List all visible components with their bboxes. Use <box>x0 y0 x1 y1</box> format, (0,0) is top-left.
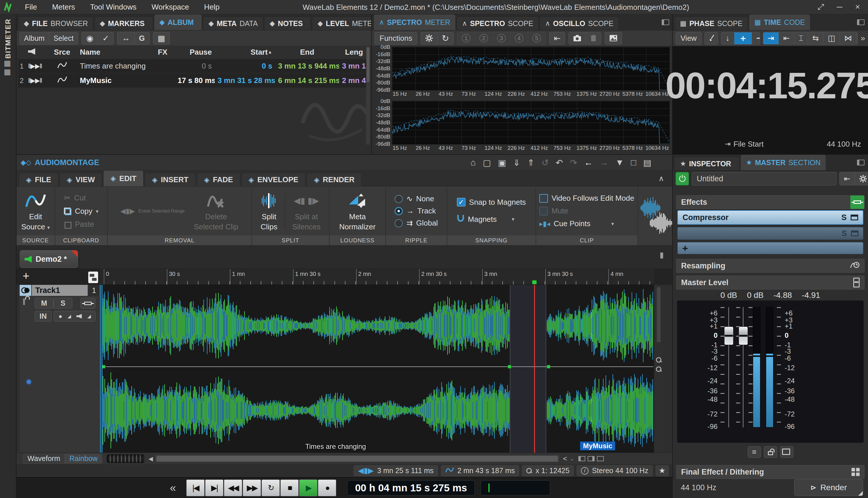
master-power-button[interactable]: ⏻ <box>676 172 689 185</box>
track-record-monitor-button[interactable]: ●◢ ◢ <box>54 311 95 322</box>
redo-icon[interactable]: ↷ <box>570 158 577 168</box>
rainbow-view-button[interactable]: Rainbow <box>65 454 102 463</box>
selection-length-widget[interactable]: 2 mn 43 s 187 ms <box>441 465 519 476</box>
marker-pair-icon[interactable]: ⋈ <box>840 32 857 44</box>
open-montage-icon[interactable]: ▣ <box>498 158 506 168</box>
menu-item[interactable]: Tool Windows <box>82 3 144 12</box>
edit-source-button[interactable]: Edit Source ▾ <box>21 189 51 233</box>
track-zoom-preset-icon[interactable] <box>88 272 98 283</box>
reset-icon[interactable]: ↻ <box>438 32 453 44</box>
edit-pauses-icon[interactable]: ↔ <box>117 32 134 44</box>
track-routing-button[interactable] <box>80 298 95 309</box>
goto-end-button[interactable]: ▶| <box>205 480 223 496</box>
panel-tab[interactable]: ◆ ALBUM <box>154 14 202 30</box>
stop-button[interactable]: ■ <box>280 480 299 496</box>
menu-item[interactable]: Workspace <box>144 3 197 12</box>
selection-range-icon[interactable]: ⇆ <box>808 32 824 44</box>
close-icon[interactable]: × <box>855 2 860 12</box>
bitmeter-dock-tab[interactable]: BITMETER <box>4 18 12 59</box>
panel-tab[interactable]: ◆ FILEBROWSER <box>18 16 93 30</box>
layout-icon[interactable]: ▤ <box>643 158 651 168</box>
preset-button[interactable]: 5 <box>528 32 545 44</box>
audio-format-widget[interactable]: i Stereo 44 100 Hz <box>576 465 653 476</box>
montage-h-scrollbar[interactable] <box>155 455 559 462</box>
column-header[interactable]: FX <box>151 48 175 57</box>
panel-tab[interactable]: ★ INSPECTOR <box>674 157 740 170</box>
cursor-position-widget[interactable]: ◀▮▶ 3 mn 25 s 111 ms <box>353 465 438 476</box>
effect-slot-empty[interactable]: S <box>677 227 863 240</box>
panel-tab[interactable]: ∧ OSCILLOSCOPE <box>540 16 619 30</box>
waveform-view-button[interactable]: Waveform <box>23 454 65 463</box>
clip-name-label-selected[interactable]: MyMusic <box>580 442 615 450</box>
nav-history-icon[interactable]: ▼ <box>616 158 624 168</box>
wizard-icon[interactable]: G <box>134 32 149 44</box>
grid-view-icon[interactable]: ▦ <box>153 32 170 44</box>
level-value[interactable]: 0 dB <box>721 291 737 300</box>
doc-panel-options-icon[interactable] <box>660 253 666 258</box>
panel-options-icon[interactable] <box>857 19 865 25</box>
preset-button[interactable]: 1 <box>457 32 475 44</box>
brush-icon[interactable] <box>705 32 718 44</box>
functions-menu-button[interactable]: Functions <box>375 32 417 44</box>
panel-tab[interactable]: ▦ PHASESCOPE <box>674 16 748 30</box>
select-menu-button[interactable]: Select <box>49 32 78 44</box>
panel-tab[interactable]: ▦ TIMECODE <box>749 14 811 30</box>
preset-name-field[interactable]: Untitled <box>692 172 837 185</box>
ribbon-tab[interactable]: ◈ FADE <box>197 173 240 186</box>
source-wave-icon[interactable] <box>47 76 77 86</box>
magnets-menu-button[interactable]: Magnets▾ <box>457 214 526 224</box>
column-header[interactable]: Pause <box>175 48 215 57</box>
edit-cursor-time-icon[interactable]: ⌶ <box>794 32 808 44</box>
fader-thumb-right[interactable] <box>739 327 748 345</box>
write-cd-icon[interactable]: ◉ <box>82 32 98 44</box>
final-effect-section-header[interactable]: Final Effect / Dithering <box>676 465 865 479</box>
level-value[interactable]: -4.91 <box>802 291 820 300</box>
play-button[interactable]: ▶ <box>299 480 318 496</box>
share-icon[interactable]: < <box>563 455 567 463</box>
ribbon-tab[interactable]: ◈ RENDER <box>307 173 362 186</box>
master-gear-icon[interactable] <box>855 172 868 185</box>
album-menu-button[interactable]: Album <box>20 32 49 44</box>
copy-button[interactable]: Copy▾ <box>64 207 99 216</box>
master-level-section-header[interactable]: Master Level <box>676 276 865 289</box>
panel-options-icon[interactable] <box>662 19 669 25</box>
ribbon-tab[interactable]: ◈ ENVELOPE <box>241 173 306 186</box>
minimize-icon[interactable]: ─ <box>837 2 843 12</box>
column-header[interactable]: Srce <box>47 48 77 57</box>
toolbar-overflow-icon[interactable]: » <box>860 34 865 43</box>
chevron-down-icon[interactable]: ⌄ <box>570 456 574 462</box>
panel-tab[interactable]: ◆ NOTES <box>264 16 311 30</box>
mute-checkbox[interactable]: Mute <box>539 207 634 215</box>
nav-forward-icon[interactable]: → <box>600 158 608 168</box>
goto-start-button[interactable]: |◀ <box>186 480 205 496</box>
camera-icon[interactable] <box>569 32 586 44</box>
preroll-icons[interactable]: ‖▶▶‖ <box>25 63 47 70</box>
stereo-track-icon[interactable] <box>20 285 31 296</box>
table-row[interactable]: 2 ‖▶▶‖ MyMusic 17 s 80 ms 3 mn 31 s 28 m… <box>18 74 369 88</box>
ribbon-tab[interactable]: ◈ VIEW <box>60 173 102 186</box>
video-follows-edit-checkbox[interactable]: Video Follows Edit Mode <box>539 194 634 203</box>
time-reference-label[interactable]: File Start <box>734 140 764 149</box>
maximize-icon[interactable]: □ <box>631 158 636 168</box>
resampling-section-header[interactable]: Resampling <box>676 259 865 273</box>
effects-section-header[interactable]: Effects <box>676 195 865 209</box>
track-anchor-dot[interactable] <box>27 380 31 384</box>
paste-button[interactable]: Paste <box>64 220 99 229</box>
snap-to-magnets-checkbox[interactable]: ✓Snap to Magnets <box>457 198 526 207</box>
rewind-button[interactable]: ◀◀ <box>224 480 242 496</box>
menu-item[interactable]: File <box>17 3 44 12</box>
home-icon[interactable]: ⌂ <box>470 158 476 168</box>
zoom-factor-widget[interactable]: x 1: 12425 <box>522 465 574 476</box>
effect-slot-compressor[interactable]: Compressor S <box>677 210 863 225</box>
reload-icon[interactable]: ↺ <box>541 158 548 168</box>
ribbon-collapse-icon[interactable]: ∧ <box>659 174 664 183</box>
preset-button[interactable]: 3 <box>493 32 510 44</box>
transport-time-display[interactable]: 00 h 04 mn 15 s 275 ms <box>347 480 475 495</box>
preset-button[interactable]: 2 <box>475 32 493 44</box>
ribbon-tab[interactable]: ◈ EDIT <box>103 170 144 186</box>
timeline-ruler[interactable]: 030 s1 mn1 mn 30 s2 mn2 mn 30 s3 mn3 mn … <box>100 269 654 285</box>
drop-marker-icon[interactable]: ↓ <box>721 32 734 44</box>
album-v-scrollbar[interactable] <box>366 46 370 145</box>
ripple-track-radio[interactable]: →Track <box>394 207 438 215</box>
nav-back-icon[interactable]: ← <box>584 158 593 168</box>
